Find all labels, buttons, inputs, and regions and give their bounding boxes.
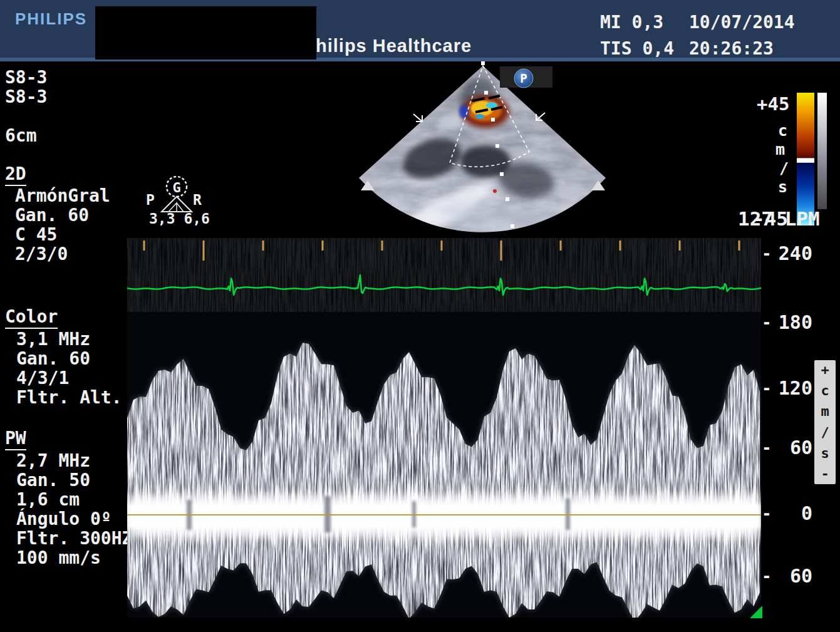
depth-value: 6cm [5, 127, 37, 145]
velocity-axis-label: 180 [779, 313, 812, 332]
pw-velocity-scale-box: + c m / s - [814, 360, 836, 484]
2d-param: ArmónGral [15, 187, 110, 205]
2d-param: Gan. 60 [15, 207, 89, 224]
2d-image: P [338, 61, 620, 243]
sweep-position-marker [750, 606, 762, 618]
pw-param: Fltr. 300HZ [16, 530, 132, 547]
velocity-axis-label: 0 [801, 504, 812, 523]
color-scale-min: -45 [753, 209, 788, 229]
color-scale-unit: c [778, 123, 787, 138]
section-title-color: Color [5, 308, 58, 329]
pw-param: 2,7 MHz [16, 452, 90, 470]
color-scale-unit: m [775, 142, 785, 157]
scale-box-item: - [821, 467, 829, 481]
probe-marker-letter: P [520, 71, 527, 85]
spectral-artifact-noise [127, 238, 761, 312]
scale-box-item: m [821, 405, 829, 418]
color-scale-unit: s [778, 179, 787, 195]
philips-logo: PHILIPS [15, 11, 87, 27]
color-scale-max: +45 [757, 95, 789, 113]
pw-param: Gan. 50 [16, 472, 90, 489]
scale-box-item: / [821, 426, 829, 440]
g-letter: G [172, 180, 180, 195]
patient-info-redaction [95, 6, 316, 60]
2d-param: 2/3/0 [15, 246, 68, 263]
scale-box-item: c [821, 384, 829, 398]
section-title-pw: PW [5, 430, 26, 450]
color-doppler-bar [797, 93, 814, 225]
spectral-core-band [127, 504, 761, 529]
tis-value: TIS 0,4 [600, 40, 674, 58]
pw-param: Ángulo 0º [16, 510, 111, 528]
velocity-axis-tick: - [762, 314, 772, 331]
ultrasound-screen: PHILIPS hilips Healthcare MI 0,3 TIS 0,4… [0, 0, 840, 632]
velocity-axis-tick: - [762, 568, 772, 584]
mi-value: MI 0,3 [600, 14, 663, 31]
velocity-axis-label: 240 [779, 244, 812, 263]
tgc-right-label: R [193, 193, 202, 207]
org-name: hilips Healthcare [316, 37, 472, 55]
arrow-left-icon [413, 114, 422, 122]
color-scale-unit: / [779, 160, 789, 176]
scale-box-item: + [821, 363, 829, 377]
color-param: 4/3/1 [16, 370, 69, 387]
velocity-axis-label: 60 [790, 567, 812, 586]
velocity-axis-label: 120 [779, 379, 812, 398]
color-param: Gan. 60 [16, 350, 90, 368]
pw-param: 1,6 cm [16, 491, 80, 509]
velocity-axis-tick: - [762, 380, 772, 396]
probe-name: S8-3 [5, 69, 47, 86]
probe-name: S8-3 [5, 88, 47, 106]
grayscale-bar [817, 93, 827, 209]
velocity-axis-tick: - [762, 246, 772, 262]
velocity-axis-label: 60 [790, 438, 812, 457]
pw-param: 100 mm/s [16, 549, 101, 567]
scale-box-item: s [821, 447, 829, 460]
spectral-display [127, 238, 761, 618]
velocity-axis-tick: - [762, 440, 772, 456]
color-param: Fltr. Alt. [16, 389, 122, 407]
velocity-axis-tick: - [762, 505, 772, 522]
time-display: 20:26:23 [689, 40, 774, 58]
tgc-left-label: P [146, 193, 155, 207]
date-display: 10/07/2014 [689, 14, 795, 31]
tgc-values: 3,3 6,6 [149, 212, 210, 226]
color-param: 3,1 MHz [16, 331, 90, 348]
2d-param: C 45 [15, 226, 57, 244]
section-title-2d: 2D [5, 165, 26, 186]
echo-fan [338, 61, 620, 243]
